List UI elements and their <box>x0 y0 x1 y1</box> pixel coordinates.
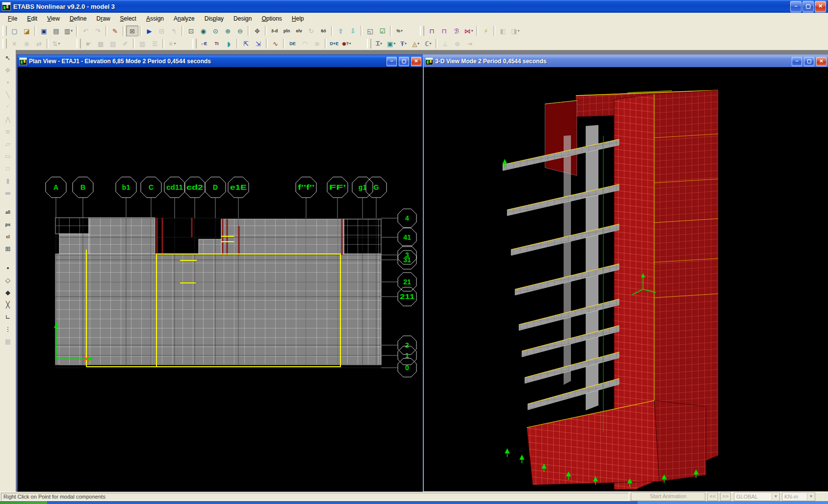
print-graphics-icon[interactable]: ▥▾ <box>62 25 75 36</box>
previous-zoom-icon[interactable]: ⊙ <box>209 25 222 36</box>
open-file-icon[interactable]: ◪ <box>21 25 33 36</box>
grid-bubble-e1E[interactable]: e1E <box>228 177 249 218</box>
view-3d-titlebar[interactable]: 3-D View Mode 2 Period 0,4544 seconds – … <box>424 55 828 67</box>
grid-bubble-f''f''[interactable]: f''f'' <box>296 177 316 218</box>
lock-model-icon[interactable]: ⊠ <box>126 25 138 36</box>
grid-bubble-211[interactable]: 211 <box>381 287 416 306</box>
slab-section-icon[interactable]: Ŧ▾ <box>397 38 410 49</box>
units-dropdown[interactable]: KN-m ▼ <box>782 492 815 501</box>
draw-quick-frame-icon[interactable]: ⊓ <box>438 25 450 36</box>
grid-bubble-B[interactable]: B <box>73 177 93 218</box>
menu-draw[interactable]: Draw <box>92 14 115 24</box>
window-min-icon[interactable]: ⇱ <box>240 38 252 49</box>
elevation-view-icon[interactable]: elv <box>293 25 305 36</box>
view3d-minimize-button[interactable]: – <box>792 57 802 66</box>
snap-to-ends-icon[interactable]: ◇ <box>2 275 14 286</box>
menu-file[interactable]: File <box>3 14 22 24</box>
move-down-in-list-icon[interactable]: ⇩ <box>347 25 359 36</box>
grid-bubble-C[interactable]: C <box>141 177 161 218</box>
menu-options[interactable]: Options <box>257 14 286 24</box>
select-using-intersecting-line-icon[interactable]: ⊞ <box>2 243 14 254</box>
column-grid-bubbles[interactable]: ABb1Ccd11cd2De1Ef''f''FF'g1G <box>46 177 387 218</box>
grid-bubble-A[interactable]: A <box>46 177 66 218</box>
menu-assign[interactable]: Assign <box>141 14 169 24</box>
wall-section-icon[interactable]: ▣▾ <box>385 38 397 49</box>
show-shell-results-icon[interactable]: ◗ <box>223 38 235 49</box>
windows-taskbar[interactable] <box>0 501 828 504</box>
set-building-view-options-icon[interactable]: ☑ <box>376 25 388 36</box>
pan-icon[interactable]: ✥ <box>251 25 263 36</box>
snap-to-points-icon[interactable]: ∙ <box>2 262 14 274</box>
link-properties-icon[interactable]: ℂ▾ <box>422 38 434 49</box>
start-button-edge[interactable] <box>0 501 47 504</box>
grid-bubble-1[interactable]: 1 <box>381 346 416 365</box>
show-static-loads-icon[interactable]: ⌐E <box>198 38 210 49</box>
view3d-maximize-button[interactable]: ▢ <box>804 57 814 66</box>
view-3d-icon[interactable]: 3-d <box>268 25 281 36</box>
grid-bubble-2[interactable]: 2 <box>381 336 416 354</box>
clear-selection-icon[interactable]: cl <box>2 231 14 242</box>
grid-bubble-cd2[interactable]: cd2 <box>184 177 205 218</box>
perspective-toggle-icon[interactable]: 6ó <box>317 25 330 36</box>
grid-bubble-g1[interactable]: g1 <box>352 177 373 218</box>
snap-to-intersections-icon[interactable]: ╳ <box>2 299 14 310</box>
show-input-tables-icon[interactable]: TI <box>210 38 223 49</box>
grid-bubble-D[interactable]: D <box>205 177 226 218</box>
story-grid-bubbles[interactable]: 44133121211210 <box>381 209 416 377</box>
taskbar-app-button[interactable] <box>638 501 828 504</box>
menu-analyze[interactable]: Analyze <box>169 14 200 24</box>
grid-bubble-G[interactable]: G <box>366 177 387 218</box>
show-deformed-shape-icon[interactable]: ∿ <box>269 38 282 49</box>
restore-full-view-icon[interactable]: ◉ <box>197 25 209 36</box>
window-find-icon[interactable]: ⇲ <box>252 38 264 49</box>
plan-view-canvas[interactable]: ABb1Ccd11cd2De1Ef''f''FF'g1G 44133121211… <box>18 67 423 492</box>
refresh-window-icon[interactable]: ✎ <box>109 25 121 36</box>
show-mode-shape-icon[interactable]: DE <box>286 38 299 49</box>
rubber-band-zoom-icon[interactable]: ⊡ <box>185 25 197 36</box>
draw-frame-icon[interactable]: ⊓ <box>426 25 438 36</box>
menu-display[interactable]: Display <box>200 14 229 24</box>
view3d-close-button[interactable]: ✕ <box>816 57 827 66</box>
grid-bubble-4[interactable]: 4 <box>381 209 416 227</box>
run-analysis-arrow-icon[interactable]: ▶ <box>143 25 155 36</box>
show-member-forces-icon[interactable]: D+E <box>328 38 340 49</box>
snap-to-midpoints-icon[interactable]: ◆ <box>2 287 14 298</box>
frame-section-icon[interactable]: Ɪ▾ <box>373 38 385 49</box>
zoom-out-icon[interactable]: ⊖ <box>234 25 246 36</box>
save-icon[interactable]: ▣ <box>38 25 50 36</box>
minimize-button[interactable]: – <box>790 1 802 12</box>
plan-view-icon[interactable]: pln <box>281 25 293 36</box>
grid-bubble-21[interactable]: 21 <box>381 273 416 291</box>
menu-view[interactable]: View <box>42 14 65 24</box>
grid-bubble-b1[interactable]: b1 <box>116 177 136 218</box>
grid-bubble-0[interactable]: 0 <box>381 358 416 377</box>
deck-section-icon[interactable]: ◬▾ <box>410 38 422 49</box>
menu-select[interactable]: Select <box>115 14 141 24</box>
grid-bubble-41[interactable]: 41 <box>381 228 416 247</box>
point-query-icon[interactable]: ◉?▾ <box>340 38 353 49</box>
draw-secondary-beams-icon[interactable]: ⋈▾ <box>463 25 475 36</box>
get-previous-selection-icon[interactable]: ps <box>2 219 14 230</box>
snap-to-lines-icon[interactable]: ⋮ <box>2 324 14 335</box>
print-icon[interactable]: ▤ <box>50 25 62 36</box>
draw-braces-icon[interactable]: ℬ <box>450 25 463 36</box>
new-model-icon[interactable]: ▢ <box>8 25 21 36</box>
plan-maximize-button[interactable]: ▢ <box>399 57 409 66</box>
grid-bubble-cd11[interactable]: cd11 <box>164 177 185 218</box>
select-pointer-icon[interactable]: ↖ <box>2 52 14 64</box>
maximize-button[interactable]: ▢ <box>802 1 814 12</box>
move-up-in-list-icon[interactable]: ⇧ <box>335 25 347 36</box>
plan-close-button[interactable]: ✕ <box>411 57 421 66</box>
plan-minimize-button[interactable]: – <box>387 57 397 66</box>
plan-view-titlebar[interactable]: Plan View - ETAJ1 - Elevation 6,85 Mode … <box>18 55 423 67</box>
select-all-icon[interactable]: all <box>2 206 14 218</box>
object-shrink-toggle-icon[interactable]: ◱ <box>364 25 376 36</box>
menu-edit[interactable]: Edit <box>22 14 42 24</box>
coordinate-system-dropdown[interactable]: GLOBAL ▼ <box>734 492 780 501</box>
close-button[interactable]: ✕ <box>815 1 826 12</box>
menu-define[interactable]: Define <box>65 14 92 24</box>
view-3d-canvas[interactable] <box>424 67 828 491</box>
run-lightning-icon[interactable]: ⚡ <box>480 25 492 36</box>
menu-help[interactable]: Help <box>287 14 309 24</box>
menu-design[interactable]: Design <box>229 14 257 24</box>
